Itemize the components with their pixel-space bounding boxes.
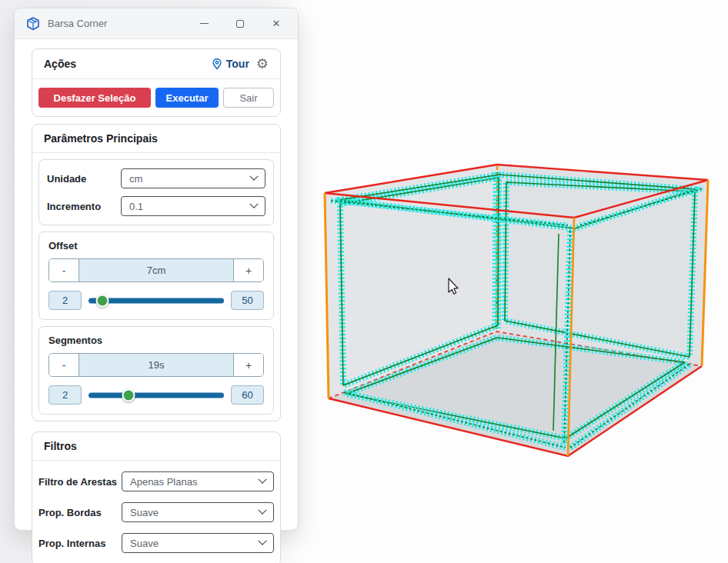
offset-stepper: - 7cm + — [48, 258, 264, 282]
window-title: Barsa Corner — [48, 18, 198, 29]
segments-stepper: - 19s + — [48, 353, 264, 377]
segments-slider-track[interactable] — [88, 392, 224, 398]
settings-gear-icon[interactable]: ⚙ — [256, 57, 269, 71]
cube-hidden-bottom-edges — [329, 331, 702, 398]
app-logo-icon — [25, 16, 41, 32]
cube-bottom-near-edges — [329, 366, 702, 456]
cube-top-near-edges — [325, 180, 708, 218]
offset-decrease-button[interactable]: - — [49, 259, 78, 282]
unit-select-value: cm — [129, 173, 251, 185]
main-parameters-card: Parâmetros Principais Unidade cm Increme… — [32, 124, 281, 421]
chevron-down-icon — [249, 172, 258, 181]
maximize-button[interactable] — [234, 18, 246, 30]
offset-increase-button[interactable]: + — [234, 259, 263, 282]
offset-group: Offset - 7cm + 2 50 — [38, 232, 274, 320]
close-button[interactable]: ✕ — [270, 18, 282, 30]
mouse-cursor — [449, 278, 458, 294]
edge-filter-select-value: Apenas Planas — [130, 476, 259, 488]
cube-faces — [325, 165, 708, 456]
segments-group: Segmentos - 19s + 2 60 — [38, 326, 274, 415]
increment-select-value: 0.1 — [129, 201, 251, 212]
exit-button[interactable]: Sair — [223, 88, 274, 108]
cube-back-edge-highlight — [496, 166, 497, 329]
filters-card: Filtros Filtro de Arestas Apenas Planas … — [32, 431, 281, 563]
unit-select[interactable]: cm — [121, 168, 265, 188]
cube-near-bottom-highlight — [344, 363, 691, 448]
offset-slider[interactable] — [88, 294, 224, 307]
cube-top-far-edges — [325, 165, 708, 193]
offset-label: Offset — [48, 240, 264, 252]
segments-slider-thumb[interactable] — [122, 388, 135, 401]
offset-max-value: 50 — [231, 291, 264, 310]
segments-max-value: 60 — [231, 385, 264, 405]
border-props-label: Prop. Bordas — [38, 507, 122, 518]
chevron-down-icon — [258, 537, 266, 545]
actions-header: Ações — [44, 58, 211, 70]
edge-filter-label: Filtro de Arestas — [38, 476, 122, 488]
increment-select[interactable]: 0.1 — [121, 196, 265, 216]
maximize-icon — [236, 20, 244, 28]
cube-near-edge-highlight — [553, 231, 570, 445]
chevron-down-icon — [258, 506, 266, 515]
cube-inset-loops — [340, 178, 695, 438]
tour-label: Tour — [226, 58, 249, 70]
minimize-icon — [200, 23, 209, 25]
chevron-down-icon — [258, 475, 266, 484]
internal-props-select[interactable]: Suave — [122, 533, 274, 553]
segments-slider[interactable] — [88, 388, 224, 401]
location-pin-icon — [211, 58, 223, 70]
minimize-button[interactable] — [198, 18, 210, 30]
segments-label: Segmentos — [48, 335, 264, 346]
unit-increment-group: Unidade cm Incremento 0.1 — [38, 159, 274, 225]
edge-filter-select[interactable]: Apenas Planas — [122, 471, 274, 491]
titlebar[interactable]: Barsa Corner ✕ — [15, 8, 298, 39]
border-props-select-value: Suave — [130, 507, 259, 518]
tool-window: Barsa Corner ✕ Ações Tour ⚙ — [14, 8, 299, 531]
execute-button[interactable]: Executar — [155, 88, 219, 108]
cube-top-rim-highlight — [339, 175, 696, 228]
segments-increase-button[interactable]: + — [234, 354, 263, 376]
cube-vertical-edges — [325, 180, 708, 456]
increment-label: Incremento — [47, 201, 121, 212]
chevron-down-icon — [249, 200, 258, 208]
undo-selection-button[interactable]: Desfazer Seleção — [38, 88, 151, 108]
offset-value-field[interactable]: 7cm — [78, 259, 234, 282]
segments-min-value: 2 — [48, 385, 82, 405]
main-parameters-header: Parâmetros Principais — [44, 132, 269, 145]
border-props-select[interactable]: Suave — [122, 502, 274, 522]
segments-decrease-button[interactable]: - — [49, 354, 78, 376]
cube-near-top-highlight — [331, 188, 703, 225]
actions-card: Ações Tour ⚙ Desfazer Seleção Executar S… — [32, 48, 281, 117]
offset-min-value: 2 — [48, 291, 82, 310]
close-icon: ✕ — [272, 18, 281, 28]
unit-label: Unidade — [47, 173, 121, 185]
internal-props-select-value: Suave — [130, 538, 259, 549]
offset-slider-thumb[interactable] — [96, 294, 109, 307]
filters-header: Filtros — [44, 440, 269, 452]
tour-button[interactable]: Tour — [211, 58, 249, 70]
segments-value-field[interactable]: 19s — [78, 354, 234, 376]
internal-props-label: Prop. Internas — [38, 538, 122, 549]
